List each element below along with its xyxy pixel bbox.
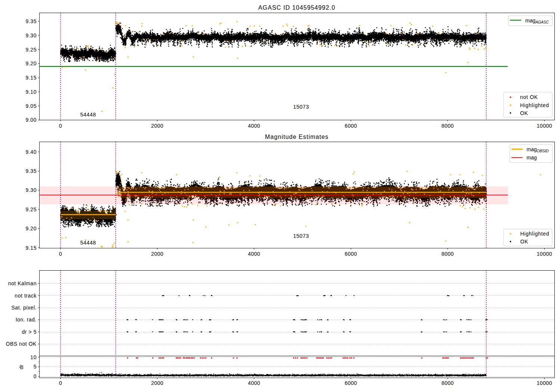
svg-text:8000: 8000 — [441, 251, 454, 257]
svg-text:6000: 6000 — [345, 380, 357, 386]
svg-text:9.30: 9.30 — [26, 32, 37, 38]
svg-text:4000: 4000 — [248, 251, 260, 257]
svg-text:9.15: 9.15 — [26, 245, 37, 251]
svg-text:mag: mag — [527, 155, 537, 161]
svg-text:OBS not OK: OBS not OK — [6, 341, 37, 347]
svg-text:not Kalman: not Kalman — [8, 280, 37, 286]
svg-text:5: 5 — [34, 364, 37, 370]
svg-text:10000: 10000 — [537, 123, 552, 129]
svg-text:6000: 6000 — [345, 123, 357, 129]
svg-text:Highlighted: Highlighted — [520, 102, 549, 108]
svg-text:54448: 54448 — [80, 112, 96, 118]
svg-text:not track: not track — [15, 293, 37, 299]
svg-text:9.20: 9.20 — [26, 225, 37, 231]
svg-text:9.05: 9.05 — [26, 103, 37, 109]
svg-text:15073: 15073 — [293, 104, 309, 110]
svg-text:10: 10 — [30, 354, 37, 360]
svg-text:10000: 10000 — [537, 380, 552, 386]
svg-text:9.25: 9.25 — [26, 206, 37, 212]
svg-text:2000: 2000 — [151, 251, 164, 257]
svg-text:9.30: 9.30 — [26, 187, 37, 193]
svg-text:0: 0 — [34, 373, 37, 379]
svg-text:8000: 8000 — [441, 380, 454, 386]
svg-text:15073: 15073 — [293, 233, 309, 239]
svg-text:Ion. rad.: Ion. rad. — [16, 317, 37, 323]
svg-text:9.35: 9.35 — [26, 18, 37, 24]
svg-text:9.00: 9.00 — [26, 117, 37, 123]
svg-text:8000: 8000 — [441, 123, 454, 129]
svg-text:AGASC ID 1045954992.0: AGASC ID 1045954992.0 — [258, 4, 335, 11]
svg-text:9.35: 9.35 — [26, 168, 37, 174]
svg-text:4000: 4000 — [248, 380, 260, 386]
svg-text:6000: 6000 — [345, 251, 357, 257]
svg-text:2000: 2000 — [151, 380, 164, 386]
svg-text:0: 0 — [59, 123, 62, 129]
svg-text:Sat. pixel.: Sat. pixel. — [11, 305, 37, 311]
svg-text:9.15: 9.15 — [26, 75, 37, 81]
svg-text:9.10: 9.10 — [26, 89, 37, 95]
svg-text:2000: 2000 — [151, 123, 164, 129]
svg-text:dr: dr — [18, 364, 24, 369]
svg-text:10000: 10000 — [537, 251, 552, 257]
svg-text:9.20: 9.20 — [26, 60, 37, 66]
svg-text:0: 0 — [59, 251, 62, 257]
svg-text:4000: 4000 — [248, 123, 260, 129]
svg-text:Magnitude Estimates: Magnitude Estimates — [265, 134, 329, 140]
svg-text:OK: OK — [520, 110, 528, 116]
svg-text:54448: 54448 — [80, 240, 96, 246]
svg-text:OK: OK — [520, 239, 529, 245]
svg-text:0: 0 — [59, 380, 62, 386]
svg-text:not OK: not OK — [520, 94, 538, 100]
svg-text:dr > 5: dr > 5 — [22, 329, 37, 335]
svg-text:9.40: 9.40 — [26, 149, 37, 155]
svg-text:9.25: 9.25 — [26, 47, 37, 53]
svg-text:Highlighted: Highlighted — [520, 231, 550, 237]
